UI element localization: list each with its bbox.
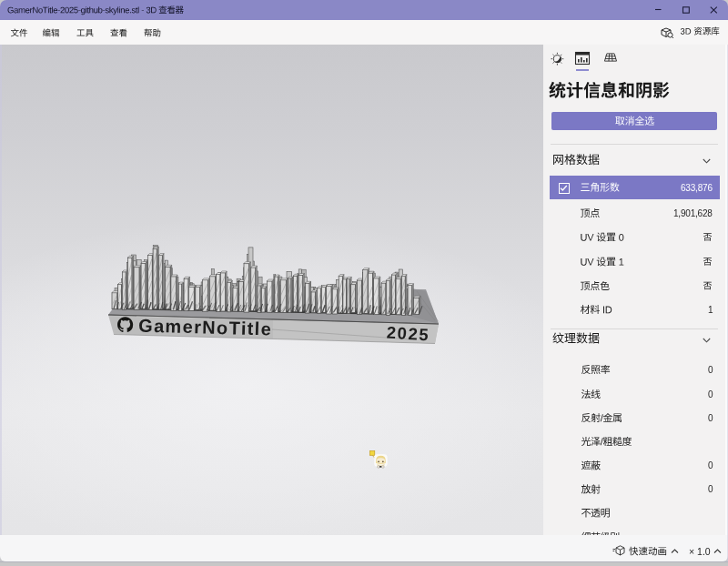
svg-text:GamerNoTitle: GamerNoTitle bbox=[138, 316, 273, 339]
svg-text:2025: 2025 bbox=[386, 323, 430, 345]
